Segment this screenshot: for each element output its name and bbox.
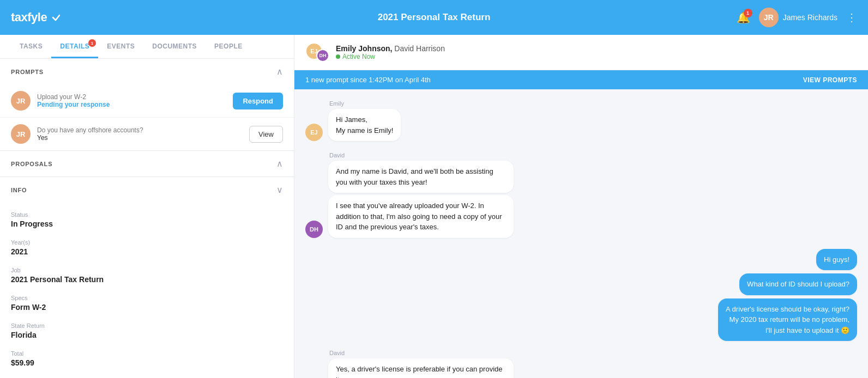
bubble-out-1: Hi guys! [816,249,857,271]
proposals-title: PROPOSALS [11,161,52,167]
chat-avatar-david: DH [316,49,329,62]
info-state: State Return Florida [11,317,283,345]
more-options-icon[interactable]: ⋮ [846,11,857,24]
user-name: James Richards [783,13,837,22]
info-title: INFO [11,187,27,193]
chat-messages: Emily EJ Hi James,My name is Emily! Davi… [294,89,868,378]
msg-group-david-2: David DH Yes, a driver's license is pref… [305,350,857,378]
info-total-value: $59.99 [11,358,283,367]
info-job-label: Job [11,267,283,273]
prompt-status-1: Pending your response [37,101,226,108]
chat-avatars: EJ DH [305,42,329,62]
respond-button[interactable]: Respond [233,93,283,109]
outgoing-group-1: Hi guys! What kind of ID should I upload… [305,249,857,342]
info-grid: Status In Progress Year(s) 2021 Job 2021… [0,203,294,378]
notification-badge: 1 [744,9,752,17]
msg-sender-david: David [329,152,857,158]
user-profile[interactable]: JR James Richards [759,8,837,27]
main-layout: TASKS DETAILS 1 EVENTS DOCUMENTS PEOPLE … [0,35,868,378]
logo-text: taxfyle [11,10,47,25]
bubble-david-1: And my name is David, and we'll both be … [328,161,514,193]
msg-group-david-1: David DH And my name is David, and we'll… [305,152,857,240]
tab-documents[interactable]: DOCUMENTS [143,35,206,58]
info-year: Year(s) 2021 [11,234,283,261]
prompts-section-header[interactable]: PROMPTS ∧ [0,59,294,84]
prompts-title: PROMPTS [11,69,44,75]
prompt-question-2: Do you have any offshore accounts? [37,126,243,134]
avatar: JR [759,8,779,27]
info-specs-label: Specs [11,295,283,301]
tab-tasks[interactable]: TASKS [11,35,51,58]
chat-status: Active Now [336,53,445,60]
logo: taxfyle [11,10,62,25]
chat-header-info: Emily Johnson, David Harrison Active Now [336,44,445,60]
bubble-david-3: Yes, a driver's license is preferable if… [328,358,514,378]
info-state-value: Florida [11,331,283,339]
left-panel: TASKS DETAILS 1 EVENTS DOCUMENTS PEOPLE … [0,35,294,378]
right-panel: EJ DH Emily Johnson, David Harrison Acti… [294,35,868,378]
prompts-chevron-icon: ∧ [276,66,283,77]
prompts-section: PROMPTS ∧ JR Upload your W-2 Pending you… [0,59,294,151]
msg-sender-emily: Emily [329,100,857,107]
bubble-col-david-2: Yes, a driver's license is preferable if… [328,358,514,378]
msg-row-david-2: DH Yes, a driver's license is preferable… [305,358,857,378]
details-badge: 1 [88,39,96,47]
info-chevron-icon: ∨ [276,185,283,195]
bubble-out-3: A driver's license should be okay, right… [718,298,857,342]
msg-group-emily: Emily EJ Hi James,My name is Emily! [305,100,857,143]
info-status: Status In Progress [11,206,283,234]
prompt-banner-text: 1 new prompt since 1:42PM on April 4th [305,76,431,84]
prompt-content-2: Do you have any offshore accounts? Yes [37,126,243,142]
info-state-label: State Return [11,322,283,329]
prompt-item-w2: JR Upload your W-2 Pending your response… [0,84,294,118]
msg-sender-david-2: David [329,350,857,356]
info-specs-value: Form W-2 [11,303,283,312]
proposals-section: PROPOSALS ∧ [0,151,294,177]
info-job: Job 2021 Personal Tax Return [11,261,283,289]
prompt-question-1: Upload your W-2 [37,93,226,101]
info-job-value: 2021 Personal Tax Return [11,275,283,284]
prompt-answer-2: Yes [37,134,243,142]
info-status-label: Status [11,211,283,218]
app-header: taxfyle 2021 Personal Tax Return 🔔 1 JR … [0,0,868,35]
prompt-avatar-1: JR [11,91,31,111]
prompt-avatar-2: JR [11,124,31,144]
info-specs: Specs Form W-2 [11,289,283,317]
bubble-david-2: I see that you've already uploaded your … [328,195,514,238]
view-button[interactable]: View [249,126,283,143]
info-year-value: 2021 [11,247,283,256]
bubble-out-2: What kind of ID should I upload? [739,273,857,295]
proposals-chevron-icon: ∧ [276,158,283,169]
logo-icon [50,11,62,23]
info-status-value: In Progress [11,220,283,228]
info-total: Total $59.99 [11,345,283,373]
view-prompts-link[interactable]: VIEW PROMPTS [803,76,857,84]
info-section-header[interactable]: INFO ∨ [0,177,294,203]
info-total-label: Total [11,350,283,357]
tabs-bar: TASKS DETAILS 1 EVENTS DOCUMENTS PEOPLE [0,35,294,59]
prompt-content-1: Upload your W-2 Pending your response [37,93,226,108]
msg-avatar-emily: EJ [305,124,323,141]
chat-participants-name: Emily Johnson, David Harrison [336,44,445,53]
msg-avatar-david-1: DH [305,221,323,238]
proposals-section-header[interactable]: PROPOSALS ∧ [0,151,294,176]
page-title: 2021 Personal Tax Return [378,12,491,23]
info-section: INFO ∨ Status In Progress Year(s) 2021 J… [0,177,294,378]
header-right: 🔔 1 JR James Richards ⋮ [737,8,857,27]
prompt-item-offshore: JR Do you have any offshore accounts? Ye… [0,118,294,150]
msg-row-david-1: DH And my name is David, and we'll both … [305,161,857,238]
prompt-banner: 1 new prompt since 1:42PM on April 4th V… [294,70,868,89]
tab-details[interactable]: DETAILS 1 [51,35,98,58]
tab-events[interactable]: EVENTS [98,35,143,58]
tab-people[interactable]: PEOPLE [206,35,251,58]
info-year-label: Year(s) [11,239,283,246]
chat-header: EJ DH Emily Johnson, David Harrison Acti… [294,35,868,70]
msg-row-emily-1: EJ Hi James,My name is Emily! [305,109,857,141]
status-dot-icon [336,54,340,59]
notification-button[interactable]: 🔔 1 [737,11,750,24]
bubble-col-david-1: And my name is David, and we'll both be … [328,161,514,238]
bubble-emily-1: Hi James,My name is Emily! [328,109,401,141]
